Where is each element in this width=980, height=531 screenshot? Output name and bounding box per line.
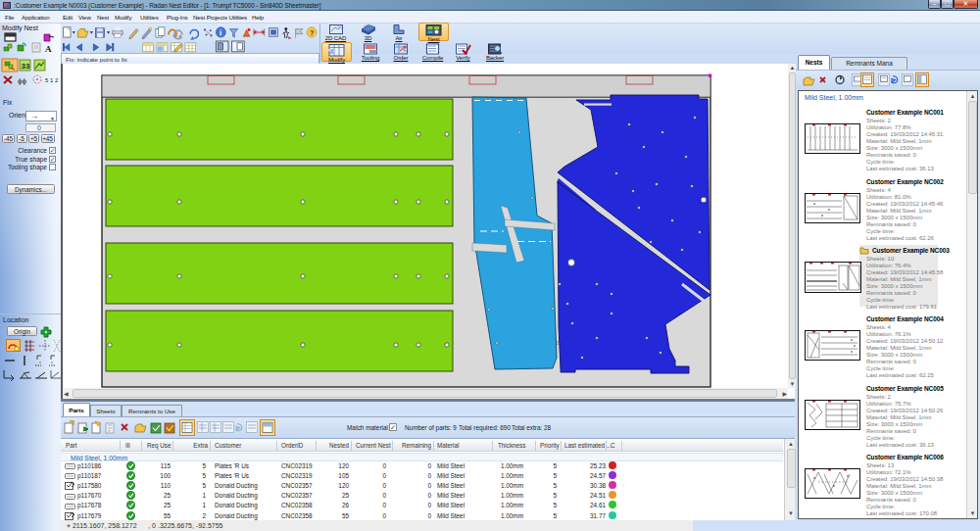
svg-text:33: 33: [22, 62, 30, 71]
svg-text:5 1 2: 5 1 2: [45, 77, 59, 83]
svg-text:i: i: [220, 28, 221, 37]
svg-text:?: ?: [310, 28, 315, 37]
svg-text:ϕϕ: ϕϕ: [18, 76, 26, 85]
svg-text:A: A: [45, 44, 52, 54]
